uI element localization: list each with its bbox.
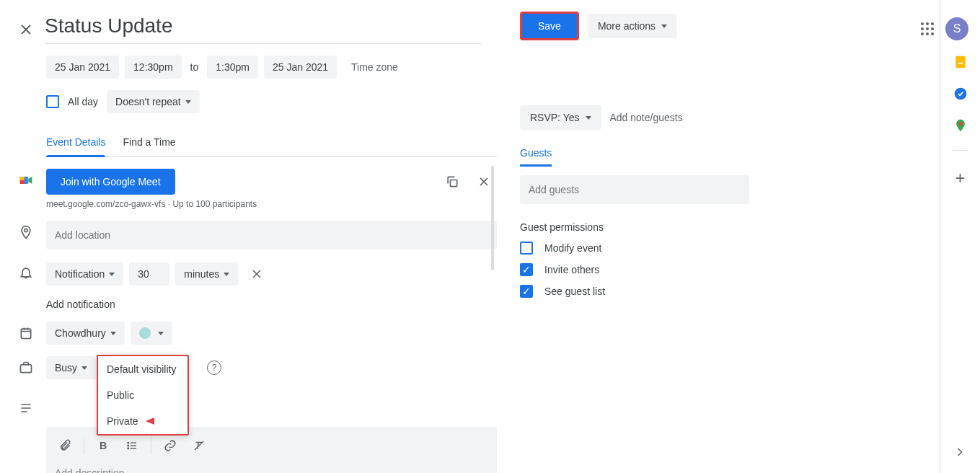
modify-event-label: Modify event <box>544 242 601 254</box>
modify-event-checkbox[interactable] <box>520 242 533 255</box>
event-title-input[interactable] <box>45 12 481 44</box>
copy-icon[interactable] <box>439 169 465 195</box>
start-date-chip[interactable]: 25 Jan 2021 <box>46 56 119 79</box>
chevron-down-icon <box>109 273 115 276</box>
see-guest-list-label: See guest list <box>544 286 605 297</box>
notification-value-input[interactable] <box>129 262 169 286</box>
visibility-dropdown-menu: Default visibility Public Private <box>97 355 189 436</box>
event-color-dropdown[interactable] <box>131 322 172 345</box>
svg-point-7 <box>128 443 129 444</box>
chevron-down-icon <box>158 332 164 335</box>
allday-label: All day <box>68 96 98 107</box>
tab-event-details[interactable]: Event Details <box>46 131 105 156</box>
visibility-option-public[interactable]: Public <box>98 382 187 408</box>
collapse-panel-icon[interactable] <box>953 445 967 461</box>
add-guests-input[interactable] <box>520 175 749 204</box>
guest-permissions-title: Guest permissions <box>520 221 749 233</box>
tasks-icon[interactable] <box>953 87 968 101</box>
bulleted-list-icon[interactable] <box>119 433 145 459</box>
join-meet-button[interactable]: Join with Google Meet <box>46 169 175 195</box>
side-panel: + <box>940 0 980 473</box>
end-date-chip[interactable]: 25 Jan 2021 <box>264 56 337 79</box>
recurrence-dropdown[interactable]: Doesn't repeat <box>107 90 200 113</box>
more-actions-dropdown[interactable]: More actions <box>588 14 677 38</box>
svg-rect-2 <box>20 180 25 184</box>
clear-format-icon[interactable] <box>186 433 212 459</box>
availability-dropdown[interactable]: Busy <box>46 356 96 379</box>
svg-point-4 <box>25 229 27 231</box>
chevron-down-icon <box>185 100 191 104</box>
invite-others-label: Invite others <box>544 264 599 275</box>
timezone-link[interactable]: Time zone <box>351 61 398 73</box>
notification-unit-dropdown[interactable]: minutes <box>175 262 238 286</box>
meet-icon <box>17 173 35 187</box>
svg-rect-1 <box>20 177 25 180</box>
briefcase-icon <box>17 361 35 375</box>
link-icon[interactable] <box>157 433 183 459</box>
tab-guests[interactable]: Guests <box>520 147 552 167</box>
allday-checkbox[interactable] <box>46 95 59 108</box>
location-icon <box>17 225 35 239</box>
add-notification-link[interactable]: Add notification <box>46 299 497 310</box>
chevron-down-icon <box>586 116 591 120</box>
visibility-option-default[interactable]: Default visibility <box>98 356 187 382</box>
calendar-owner-dropdown[interactable]: Chowdhury <box>46 322 125 345</box>
invite-others-checkbox[interactable] <box>520 263 533 276</box>
red-arrow-icon <box>146 417 154 425</box>
add-addon-icon[interactable]: + <box>955 168 965 188</box>
keep-icon[interactable] <box>953 55 968 69</box>
meet-url-label: meet.google.com/zco-gawx-vfs · Up to 100… <box>46 199 497 209</box>
svg-rect-11 <box>958 63 963 64</box>
location-input[interactable] <box>46 221 497 249</box>
svg-point-8 <box>128 445 129 446</box>
start-time-chip[interactable]: 12:30pm <box>125 56 181 79</box>
color-swatch <box>139 327 151 339</box>
chevron-down-icon <box>110 332 116 335</box>
maps-icon[interactable] <box>953 118 968 133</box>
help-icon[interactable]: ? <box>207 361 221 375</box>
close-icon[interactable] <box>17 21 32 35</box>
svg-point-13 <box>958 122 962 125</box>
add-note-guests-link[interactable]: Add note/guests <box>610 112 683 123</box>
chevron-down-icon <box>661 25 667 28</box>
to-label: to <box>187 61 202 73</box>
visibility-option-private[interactable]: Private <box>98 408 187 434</box>
svg-rect-6 <box>21 365 32 373</box>
calendar-icon <box>17 326 35 340</box>
scrollbar[interactable] <box>491 166 494 425</box>
svg-point-9 <box>128 448 129 449</box>
bold-icon[interactable]: B <box>90 433 116 459</box>
chevron-down-icon <box>81 366 87 370</box>
svg-rect-5 <box>21 329 30 338</box>
account-avatar[interactable]: S <box>945 17 968 40</box>
attach-icon[interactable] <box>52 433 78 459</box>
svg-rect-3 <box>451 180 457 187</box>
notification-icon <box>17 265 35 280</box>
svg-point-12 <box>954 88 966 100</box>
notification-type-dropdown[interactable]: Notification <box>46 262 123 286</box>
description-icon <box>17 401 35 415</box>
description-placeholder[interactable]: Add description <box>52 461 491 473</box>
end-time-chip[interactable]: 1:30pm <box>207 56 258 79</box>
chevron-down-icon <box>224 273 229 276</box>
rsvp-dropdown[interactable]: RSVP: Yes <box>520 105 601 130</box>
apps-grid-icon[interactable] <box>921 22 934 35</box>
save-button[interactable]: Save <box>520 12 579 40</box>
tab-find-time[interactable]: Find a Time <box>123 131 175 156</box>
remove-notification-icon[interactable] <box>244 261 270 287</box>
see-guest-list-checkbox[interactable] <box>520 285 533 298</box>
svg-rect-10 <box>955 56 965 68</box>
